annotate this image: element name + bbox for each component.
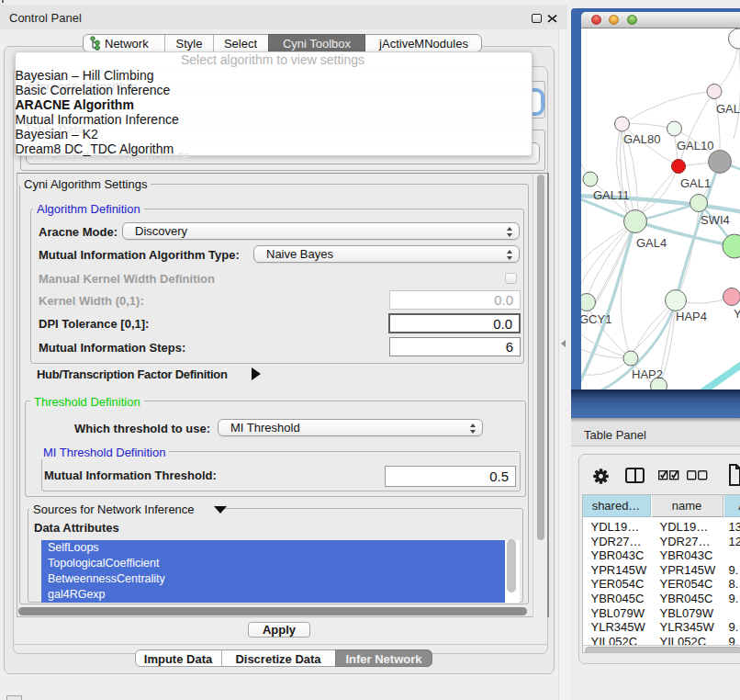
svg-text:GAL4: GAL4: [636, 235, 667, 249]
svg-text:HAP2: HAP2: [632, 367, 663, 380]
svg-text:HAP4: HAP4: [676, 310, 707, 323]
svg-text:SWI4: SWI4: [701, 212, 730, 226]
svg-text:GAL: GAL: [716, 101, 740, 115]
svg-text:Y: Y: [734, 307, 740, 321]
svg-text:GAL10: GAL10: [677, 138, 713, 152]
svg-text:GCY1: GCY1: [581, 311, 611, 325]
svg-text:GAL1: GAL1: [680, 175, 711, 189]
svg-text:GAL11: GAL11: [593, 187, 630, 201]
svg-text:GAL80: GAL80: [623, 131, 660, 145]
